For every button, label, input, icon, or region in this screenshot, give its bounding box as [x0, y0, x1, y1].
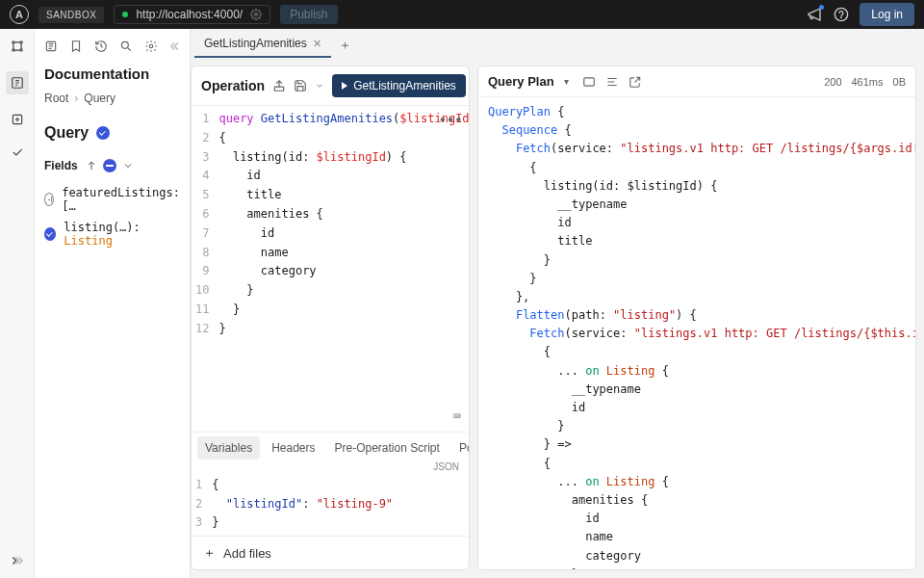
- close-tab-icon[interactable]: ✕: [313, 38, 321, 50]
- sort-icon[interactable]: [86, 160, 97, 171]
- svg-rect-13: [583, 77, 594, 85]
- help-icon[interactable]: [833, 6, 850, 23]
- play-icon: [342, 82, 347, 90]
- sandbox-badge: SANDBOX: [38, 7, 104, 23]
- endpoint-url: http://localhost:4000/: [136, 8, 243, 21]
- run-button-label: GetListingAmenities: [353, 79, 456, 92]
- status-code: 200: [824, 76, 841, 88]
- field-selected-icon[interactable]: [44, 227, 56, 241]
- svg-point-5: [12, 49, 13, 51]
- new-tab-button[interactable]: ＋: [331, 33, 359, 58]
- field-signature: featuredListings: […: [62, 186, 180, 213]
- announcements-icon[interactable]: [806, 6, 823, 23]
- tab-headers[interactable]: Headers: [264, 436, 322, 460]
- documentation-title: Documentation: [35, 62, 190, 92]
- login-button[interactable]: Log in: [860, 3, 914, 26]
- query-plan-body[interactable]: QueryPlan { Sequence { Fetch(service: "l…: [478, 97, 915, 569]
- svg-point-1: [835, 8, 848, 20]
- type-heading: Query: [44, 124, 89, 142]
- fields-label: Fields: [44, 159, 78, 172]
- deselect-all-icon[interactable]: [103, 159, 116, 172]
- vars-code[interactable]: { "listingId": "listing-9" }: [210, 472, 469, 536]
- tab-variables[interactable]: Variables: [197, 436, 260, 460]
- layout-icon[interactable]: [582, 75, 596, 89]
- explorer-icon[interactable]: [6, 71, 29, 94]
- plan-dropdown-icon[interactable]: ▾: [564, 76, 569, 87]
- editor-code[interactable]: query GetListingAmenities($listingId: ID…: [217, 106, 469, 432]
- tab-getlistingamenities[interactable]: GetListingAmenities ✕: [194, 31, 331, 58]
- variables-editor[interactable]: 123 { "listingId": "listing-9" }: [192, 472, 469, 536]
- svg-point-6: [19, 49, 21, 51]
- query-plan-header[interactable]: Query Plan: [488, 74, 554, 89]
- save-icon[interactable]: [294, 79, 307, 92]
- schema-icon[interactable]: [10, 39, 25, 54]
- json-mode-label: JSON: [192, 460, 469, 472]
- field-item-listing[interactable]: listing(…): Listing: [35, 217, 190, 251]
- field-item-featuredlistings[interactable]: featuredListings: […: [35, 182, 190, 217]
- svg-point-4: [19, 41, 21, 43]
- svg-rect-12: [274, 87, 283, 91]
- editor-more-icon[interactable]: •••: [439, 112, 463, 131]
- editor-gutter: 123456789101112: [192, 106, 217, 432]
- response-time: 461ms: [852, 76, 884, 88]
- operation-header: Operation: [201, 78, 265, 93]
- breadcrumb-root[interactable]: Root: [44, 92, 68, 105]
- svg-point-3: [12, 41, 13, 43]
- svg-point-10: [121, 41, 128, 48]
- response-size: 0B: [893, 76, 906, 88]
- text-view-icon[interactable]: [605, 75, 619, 89]
- type-selected-icon[interactable]: [96, 126, 110, 140]
- svg-point-0: [255, 13, 258, 16]
- endpoint-url-box[interactable]: http://localhost:4000/: [114, 5, 270, 24]
- svg-point-2: [841, 17, 842, 18]
- add-files-label: Add files: [223, 546, 271, 561]
- vars-gutter: 123: [192, 472, 210, 536]
- collapse-panel-icon[interactable]: [169, 39, 183, 54]
- open-external-icon[interactable]: [629, 75, 642, 89]
- add-files-button[interactable]: ＋ Add files: [192, 536, 469, 569]
- endpoint-settings-icon[interactable]: [250, 9, 262, 20]
- save-dropdown-icon[interactable]: [315, 81, 324, 91]
- checks-icon[interactable]: [10, 144, 25, 160]
- plus-icon: ＋: [203, 544, 216, 562]
- operation-editor[interactable]: 123456789101112 query GetListingAmenitie…: [192, 106, 469, 432]
- history-icon[interactable]: [94, 39, 108, 54]
- field-signature: listing(…): Listing: [64, 221, 180, 248]
- status-dot-icon: [122, 12, 128, 17]
- diff-icon[interactable]: [10, 112, 25, 127]
- run-operation-button[interactable]: GetListingAmenities: [332, 74, 466, 97]
- expand-rail-icon[interactable]: [10, 553, 25, 568]
- tab-label: GetListingAmenities: [204, 37, 307, 50]
- search-icon[interactable]: [119, 39, 133, 54]
- bookmark-icon[interactable]: [69, 39, 83, 54]
- add-field-icon[interactable]: [44, 193, 54, 206]
- notification-dot-icon: [819, 5, 824, 10]
- breadcrumb-current: Query: [84, 92, 116, 105]
- svg-point-11: [149, 44, 153, 48]
- share-icon[interactable]: [272, 79, 286, 92]
- breadcrumb: Root › Query: [35, 92, 190, 118]
- settings-icon[interactable]: [144, 39, 158, 54]
- doc-view-icon[interactable]: [44, 39, 58, 54]
- tab-pre-script[interactable]: Pre-Operation Script: [327, 436, 448, 460]
- publish-button[interactable]: Publish: [280, 5, 337, 24]
- tab-post-script[interactable]: Post-Operat: [451, 436, 469, 460]
- chevron-down-icon[interactable]: [122, 160, 134, 171]
- keyboard-shortcuts-icon[interactable]: ⌨: [453, 406, 461, 428]
- apollo-logo-icon[interactable]: A: [10, 5, 29, 24]
- chevron-right-icon: ›: [74, 92, 78, 105]
